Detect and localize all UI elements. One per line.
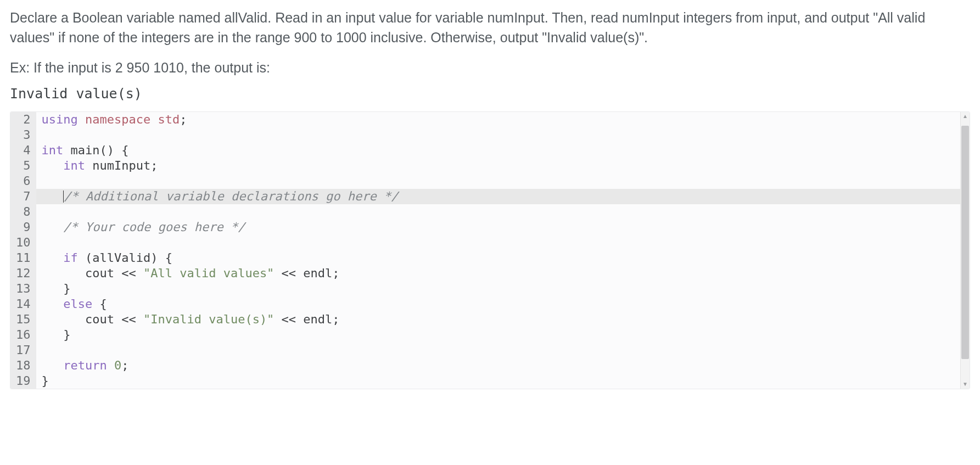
line-number-gutter: 2345678910111213141516171819 (10, 112, 36, 389)
code-line[interactable]: cout << "Invalid value(s)" << endl; (36, 312, 970, 327)
line-number: 19 (10, 373, 36, 389)
code-line[interactable]: return 0; (36, 358, 970, 373)
code-line[interactable] (36, 173, 970, 189)
token-ns: namespace (85, 113, 150, 126)
token-punc: ; (180, 113, 187, 126)
line-number: 2 (10, 112, 36, 127)
token-punc (42, 251, 64, 265)
token-punc: ; (121, 358, 128, 372)
line-number: 13 (10, 281, 36, 296)
scrollbar-thumb[interactable] (961, 126, 969, 359)
page-root: Declare a Boolean variable named allVali… (0, 0, 980, 399)
token-punc (42, 297, 64, 311)
token-fn: main (71, 143, 100, 157)
token-str: "Invalid value(s)" (143, 312, 274, 326)
code-column[interactable]: using namespace std;int main() { int num… (36, 112, 970, 389)
token-punc: << (274, 312, 303, 326)
token-punc: ( (78, 251, 93, 265)
token-id: numInput (92, 159, 150, 172)
token-punc (150, 113, 158, 126)
token-kw: using (42, 113, 78, 126)
token-id: allValid (92, 251, 150, 265)
line-number: 9 (10, 220, 36, 235)
line-number: 8 (10, 204, 36, 220)
token-id: cout (85, 266, 114, 280)
token-id: cout (85, 312, 114, 326)
line-number: 4 (10, 143, 36, 158)
token-cmt: /* Your code goes here */ (63, 220, 245, 234)
line-number: 17 (10, 343, 36, 358)
token-punc (42, 358, 64, 372)
token-punc: ; (332, 266, 339, 280)
code-line[interactable] (36, 343, 970, 358)
line-number: 7 (10, 189, 36, 204)
code-line[interactable]: } (36, 281, 970, 296)
token-punc (63, 143, 70, 157)
code-line[interactable]: } (36, 327, 970, 343)
line-number: 5 (10, 158, 36, 173)
token-kw: if (63, 251, 78, 265)
line-number: 3 (10, 127, 36, 143)
token-punc: { (92, 297, 107, 311)
line-number: 12 (10, 266, 36, 281)
token-punc: ; (332, 312, 339, 326)
code-line[interactable]: using namespace std; (36, 112, 970, 127)
token-punc: () { (99, 143, 128, 157)
token-punc (78, 113, 85, 126)
token-punc: << (274, 266, 303, 280)
token-cmt: /* Additional variable declarations go h… (64, 189, 398, 203)
scroll-down-button[interactable]: ▼ (961, 380, 970, 389)
token-kw: int (42, 143, 64, 157)
code-line[interactable] (36, 204, 970, 220)
token-punc (107, 358, 114, 372)
code-line[interactable]: int numInput; (36, 158, 970, 173)
code-line[interactable]: cout << "All valid values" << endl; (36, 266, 970, 281)
token-punc: << (114, 266, 143, 280)
token-ns: std (158, 113, 180, 126)
code-line[interactable]: else { (36, 296, 970, 312)
token-punc: } (42, 374, 49, 388)
scrollbar-track[interactable] (961, 121, 970, 380)
code-editor[interactable]: 2345678910111213141516171819 using names… (10, 111, 970, 389)
token-punc: << (114, 312, 143, 326)
token-punc: } (42, 282, 71, 295)
token-punc (85, 159, 92, 172)
token-str: "All valid values" (143, 266, 274, 280)
token-punc: ; (150, 159, 158, 172)
code-line[interactable]: /* Additional variable declarations go h… (36, 189, 970, 204)
code-line[interactable]: /* Your code goes here */ (36, 220, 970, 235)
example-label: Ex: If the input is 2 950 1010, the outp… (10, 60, 970, 76)
scroll-up-button[interactable]: ▲ (961, 112, 970, 121)
code-line[interactable] (36, 127, 970, 143)
code-line[interactable]: if (allValid) { (36, 250, 970, 266)
line-number: 16 (10, 327, 36, 343)
token-id: endl (303, 312, 332, 326)
token-kw: int (63, 159, 85, 172)
line-number: 15 (10, 312, 36, 327)
token-punc: } (42, 328, 71, 341)
line-number: 14 (10, 296, 36, 312)
editor-body[interactable]: 2345678910111213141516171819 using names… (10, 112, 970, 389)
code-line[interactable] (36, 235, 970, 250)
token-punc: ) { (150, 251, 172, 265)
example-output: Invalid value(s) (10, 86, 970, 102)
token-kw: return (63, 358, 107, 372)
code-line[interactable]: int main() { (36, 143, 970, 158)
token-punc (42, 159, 64, 172)
line-number: 6 (10, 173, 36, 189)
line-number: 10 (10, 235, 36, 250)
vertical-scrollbar[interactable]: ▲ ▼ (960, 112, 970, 389)
line-number: 11 (10, 250, 36, 266)
token-kw: else (63, 297, 92, 311)
code-line[interactable]: } (36, 373, 970, 389)
token-id: endl (303, 266, 332, 280)
problem-instructions: Declare a Boolean variable named allVali… (10, 8, 970, 48)
token-punc (42, 266, 85, 280)
token-num: 0 (114, 358, 121, 372)
token-punc (42, 189, 64, 203)
token-punc (42, 312, 85, 326)
token-punc (42, 220, 64, 234)
line-number: 18 (10, 358, 36, 373)
